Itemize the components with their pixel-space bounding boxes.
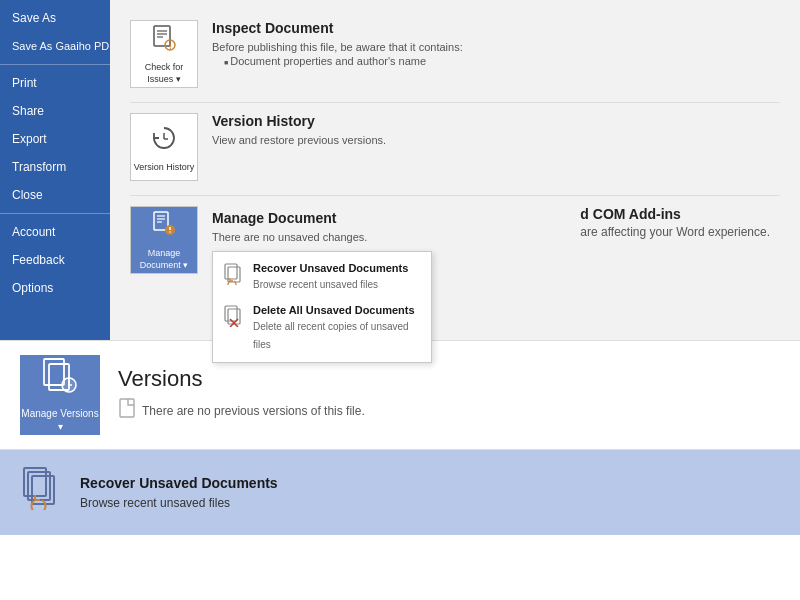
svg-rect-18 [228, 309, 240, 324]
check-issues-label: Check for Issues ▾ [131, 62, 197, 85]
delete-unsaved-text: Delete All Unsaved Documents Delete all … [253, 304, 421, 352]
sidebar-item-account[interactable]: Account [0, 218, 110, 246]
version-history-title: Version History [212, 113, 386, 129]
sidebar-item-transform[interactable]: Transform [0, 153, 110, 181]
manage-doc-title: Manage Document [212, 210, 367, 226]
recover-unsaved-dropdown-item[interactable]: Recover Unsaved Documents Browse recent … [213, 256, 431, 298]
com-addins-description: are affecting your Word experience. [580, 225, 770, 239]
sidebar-divider-2 [0, 213, 110, 214]
manage-versions-button[interactable]: Manage Versions ▾ [20, 355, 100, 435]
manage-doc-content: Manage Document There are no unsaved cha… [212, 206, 367, 245]
inspect-card-title: Inspect Document [212, 20, 463, 36]
sidebar-divider-1 [0, 64, 110, 65]
manage-doc-label: Manage Document ▾ [131, 248, 197, 271]
manage-doc-description: There are no unsaved changes. [212, 231, 367, 243]
recover-label: Recover Unsaved Documents [80, 475, 278, 491]
version-history-description: View and restore previous versions. [212, 134, 386, 146]
manage-document-card: Manage Document ▾ Manage Document There … [130, 196, 780, 284]
no-versions-message: There are no previous versions of this f… [118, 398, 365, 425]
inspect-document-card: ! Check for Issues ▾ Inspect Document Be… [130, 10, 780, 103]
sidebar-item-save-as[interactable]: Save As [0, 4, 110, 32]
sidebar-item-share[interactable]: Share [0, 97, 110, 125]
sidebar: Save As Save As Gaaiho PDF Print Share E… [0, 0, 110, 340]
version-history-button[interactable]: Version History [130, 113, 198, 181]
svg-point-14 [169, 231, 171, 233]
manage-versions-icon [40, 357, 80, 405]
manage-document-icon [149, 209, 179, 246]
com-addins-title: d COM Add-ins [580, 206, 770, 222]
versions-title: Versions [118, 366, 365, 392]
version-history-label: Version History [134, 162, 195, 172]
recover-unsaved-icon [20, 466, 64, 519]
manage-document-dropdown: Recover Unsaved Documents Browse recent … [212, 251, 432, 363]
svg-rect-17 [225, 306, 237, 321]
version-history-content: Version History View and restore previou… [212, 113, 386, 148]
no-versions-text: There are no previous versions of this f… [142, 404, 365, 418]
delete-doc-icon [223, 305, 245, 332]
versions-text: Versions There are no previous versions … [118, 366, 365, 425]
manage-versions-label: Manage Versions ▾ [20, 407, 100, 433]
inspect-card-bullet: Document properties and author's name [224, 55, 463, 67]
check-for-issues-button[interactable]: ! Check for Issues ▾ [130, 20, 198, 88]
delete-unsaved-dropdown-item[interactable]: Delete All Unsaved Documents Delete all … [213, 298, 431, 358]
recover-doc-icon [223, 263, 245, 290]
sidebar-item-options[interactable]: Options [0, 274, 110, 302]
inspect-card-description: Before publishing this file, be aware th… [212, 41, 463, 53]
svg-rect-21 [44, 359, 64, 385]
com-addins-text: d COM Add-ins are affecting your Word ex… [580, 206, 770, 239]
svg-rect-15 [225, 264, 237, 279]
version-history-icon [149, 123, 179, 160]
recover-sublabel: Browse recent unsaved files [80, 496, 230, 510]
recover-text: Recover Unsaved Documents Browse recent … [80, 475, 278, 511]
sidebar-item-print[interactable]: Print [0, 69, 110, 97]
sidebar-item-feedback[interactable]: Feedback [0, 246, 110, 274]
svg-rect-28 [120, 399, 134, 417]
check-issues-icon: ! [149, 23, 179, 60]
no-versions-icon [118, 398, 136, 425]
inspect-card-content: Inspect Document Before publishing this … [212, 20, 463, 69]
sidebar-item-export[interactable]: Export [0, 125, 110, 153]
bottom-panel: Manage Versions ▾ Versions There are no … [0, 340, 800, 600]
sidebar-item-close[interactable]: Close [0, 181, 110, 209]
svg-point-27 [68, 384, 70, 386]
svg-text:!: ! [169, 42, 172, 51]
manage-document-button[interactable]: Manage Document ▾ [130, 206, 198, 274]
version-history-card: Version History Version History View and… [130, 103, 780, 196]
svg-rect-0 [154, 26, 170, 46]
main-content-top: ! Check for Issues ▾ Inspect Document Be… [110, 0, 800, 340]
sidebar-item-save-as-gaaiho[interactable]: Save As Gaaiho PDF [0, 32, 110, 60]
recover-unsaved-section[interactable]: Recover Unsaved Documents Browse recent … [0, 450, 800, 535]
recover-unsaved-text: Recover Unsaved Documents Browse recent … [253, 262, 408, 292]
